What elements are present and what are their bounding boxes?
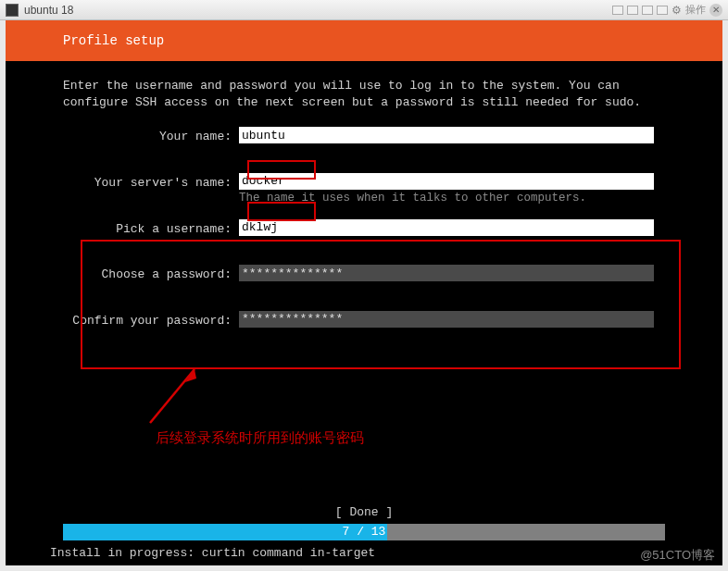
your-name-input[interactable]	[239, 127, 654, 143]
progress-bar: 7 / 13	[63, 524, 665, 540]
window-action-label[interactable]: 操作	[685, 3, 706, 17]
page-title: Profile setup	[63, 33, 164, 48]
window-button-1[interactable]	[612, 6, 623, 15]
window-titlebar: ubuntu 18 ⚙ 操作 ✕	[0, 0, 728, 20]
gear-icon[interactable]: ⚙	[672, 4, 682, 17]
password-input[interactable]	[239, 265, 654, 281]
password-label: Choose a password:	[63, 265, 239, 283]
progress-text: 7 / 13	[63, 524, 665, 540]
window-app-icon	[6, 4, 19, 17]
close-icon[interactable]: ✕	[709, 4, 722, 17]
install-status-line: Install in progress: curtin command in-t…	[6, 540, 722, 565]
done-button[interactable]: [ Done ]	[6, 505, 722, 519]
username-input[interactable]	[239, 219, 654, 236]
confirm-password-label: Confirm your password:	[63, 311, 239, 329]
row-password: Choose a password:	[63, 265, 722, 283]
username-label: Pick a username:	[63, 219, 239, 238]
row-server-name: Your server's name: The name it uses whe…	[63, 173, 722, 206]
server-name-label: Your server's name:	[63, 173, 239, 192]
confirm-password-input[interactable]	[239, 311, 654, 328]
content-area: Enter the username and password you will…	[6, 61, 722, 329]
window-controls: ⚙ 操作 ✕	[612, 3, 722, 17]
page-title-bar: Profile setup	[6, 20, 722, 61]
watermark: @51CTO博客	[640, 547, 715, 564]
server-name-input[interactable]	[239, 173, 654, 190]
server-name-hint: The name it uses when it talks to other …	[239, 191, 654, 206]
window-title: ubuntu 18	[24, 4, 73, 17]
progress-area: 7 / 13 Install in progress: curtin comma…	[6, 524, 722, 565]
annotation-arrow-icon	[139, 369, 222, 434]
row-confirm-password: Confirm your password:	[63, 311, 722, 329]
window-button-3[interactable]	[642, 6, 653, 15]
intro-text: Enter the username and password you will…	[63, 78, 656, 110]
your-name-label: Your name:	[63, 127, 239, 145]
window-button-2[interactable]	[627, 6, 638, 15]
row-your-name: Your name:	[63, 127, 722, 145]
svg-line-0	[150, 369, 195, 423]
svg-marker-1	[185, 369, 196, 382]
row-username: Pick a username:	[63, 219, 722, 238]
annotation-text: 后续登录系统时所用到的账号密码	[156, 429, 364, 447]
installer-screen: Profile setup Enter the username and pas…	[6, 20, 722, 565]
window-button-4[interactable]	[657, 6, 668, 15]
